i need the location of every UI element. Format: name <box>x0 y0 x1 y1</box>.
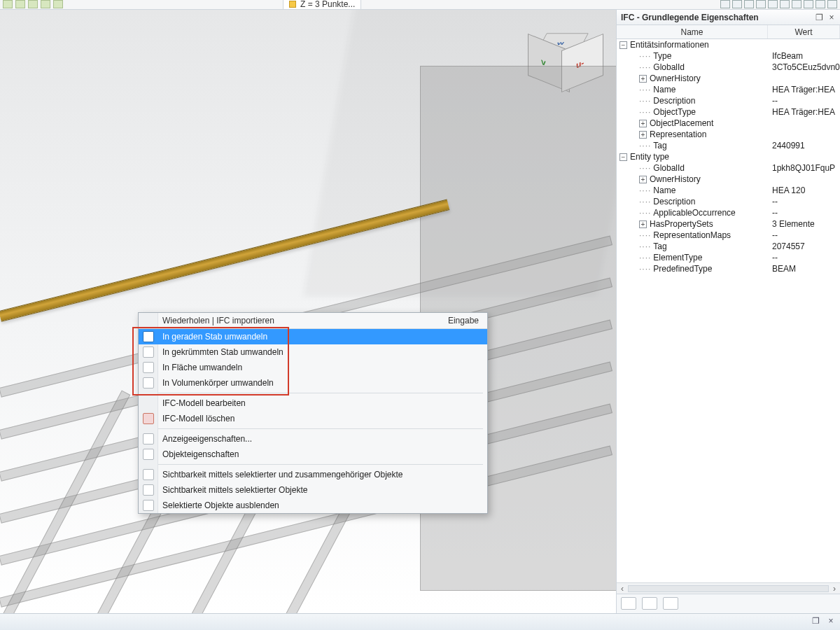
prop-value: HEA Träger:HEA <box>768 85 840 94</box>
prop-value: -- <box>768 208 840 218</box>
tree-row[interactable]: ····GlobalId3CTo5CEuz5dvn0 <box>617 62 840 73</box>
grid-header: Name Wert <box>617 25 840 39</box>
tree-row[interactable]: ····NameHEA Träger:HEA <box>617 84 840 95</box>
ctx-hide-selected[interactable]: Selektierte Objekte ausblenden <box>139 498 487 513</box>
tree-row[interactable]: ····PredefinedTypeBEAM <box>617 263 840 274</box>
scroll-track[interactable] <box>628 585 829 592</box>
tree-leaf-icon: ···· <box>639 241 651 251</box>
prop-key: ObjectPlacement <box>650 118 713 128</box>
tree-row[interactable]: ····Description-- <box>617 95 840 106</box>
tree-row[interactable]: ····ApplicableOccurrence-- <box>617 207 840 218</box>
context-menu-group-props: Anzeigeeigenschaften... Objekteigenschaf… <box>139 431 487 462</box>
tree-leaf-icon: ···· <box>639 264 651 274</box>
tree-row[interactable]: ····Tag2074557 <box>617 241 840 252</box>
scroll-right-icon[interactable]: › <box>829 584 840 594</box>
toolbar-icon[interactable] <box>28 0 38 8</box>
prop-key: PredefinedType <box>653 264 712 274</box>
property-tree[interactable]: −Entitätsinformationen····TypeIfcBeam···… <box>617 39 840 582</box>
tree-group[interactable]: −Entity type <box>617 151 840 162</box>
tree-row[interactable]: +OwnerHistory <box>617 73 840 84</box>
dock-icon[interactable]: ❐ <box>815 13 823 22</box>
prop-key: GlobalId <box>653 163 685 173</box>
tree-group[interactable]: −Entitätsinformationen <box>617 39 840 50</box>
toolbar-icon[interactable] <box>41 0 50 8</box>
toolbar-tab[interactable]: Z = 3 Punkte... <box>283 0 361 10</box>
viewport-3d[interactable]: w v u- <box>0 10 616 613</box>
toolbar-icon[interactable] <box>15 0 25 8</box>
prop-value: HEA 120 <box>768 186 840 195</box>
prop-key: ElementType <box>653 253 702 262</box>
ctx-view-props[interactable]: Anzeigeeigenschaften... <box>139 431 487 447</box>
toolbar-icon[interactable] <box>768 0 778 8</box>
toolbar-icon[interactable] <box>732 0 742 8</box>
tree-row[interactable]: ····Tag2440991 <box>617 140 840 151</box>
tree-row[interactable]: ····ObjectTypeHEA Träger:HEA <box>617 106 840 118</box>
prop-value: -- <box>768 230 840 240</box>
expand-icon[interactable]: + <box>639 176 647 183</box>
toolbar-icon[interactable] <box>792 0 802 8</box>
separator <box>158 428 483 429</box>
panel-tab[interactable] <box>663 597 678 610</box>
prop-value: HEA Träger:HEA <box>768 107 840 117</box>
surface-icon <box>143 362 154 373</box>
tree-row[interactable]: ····GlobalId1pkh8QJ01FquP <box>617 162 840 174</box>
context-menu-header[interactable]: Wiederholen | IFC importieren Eingabe <box>139 313 487 329</box>
status-bar: ❐ × <box>0 613 840 630</box>
dock-icon[interactable]: ❐ <box>811 616 820 626</box>
ctx-vis-related[interactable]: Sichtbarkeit mittels selektierter und zu… <box>139 467 487 482</box>
close-icon[interactable]: × <box>826 616 836 626</box>
prop-value: 3 Elemente <box>768 219 840 229</box>
col-name[interactable]: Name <box>617 25 768 38</box>
tree-row[interactable]: ····Description-- <box>617 196 840 207</box>
prop-key: RepresentationMaps <box>653 230 731 240</box>
tree-row[interactable]: ····NameHEA 120 <box>617 185 840 196</box>
tree-row[interactable]: +Representation <box>617 129 840 140</box>
tree-row[interactable]: ····ElementType-- <box>617 252 840 263</box>
prop-key: Tag <box>653 241 666 251</box>
toolbar-icon[interactable] <box>3 0 13 8</box>
panel-title: IFC - Grundlegende Eigenschaften <box>621 13 759 22</box>
expand-icon[interactable]: + <box>639 120 647 127</box>
expand-icon[interactable]: + <box>639 75 647 83</box>
tree-leaf-icon: ···· <box>639 62 651 72</box>
collapse-icon[interactable]: − <box>620 41 627 49</box>
prop-value: 2074557 <box>768 241 840 251</box>
tree-row[interactable]: ····RepresentationMaps-- <box>617 230 840 241</box>
ctx-convert-straight[interactable]: In geraden Stab umwandeln <box>139 329 487 344</box>
panel-tab[interactable] <box>642 597 657 610</box>
toolbar-icon[interactable] <box>756 0 766 8</box>
tree-row[interactable]: +OwnerHistory <box>617 174 840 185</box>
ctx-convert-curved[interactable]: In gekrümmten Stab umwandeln <box>139 344 487 360</box>
tree-row[interactable]: +ObjectPlacement <box>617 118 840 129</box>
toolbar-icon[interactable] <box>744 0 754 8</box>
tree-row[interactable]: +HasPropertySets3 Elemente <box>617 218 840 230</box>
ctx-vis-selected[interactable]: Sichtbarkeit mittels selektierter Objekt… <box>139 482 487 498</box>
toolbar-icon[interactable] <box>816 0 825 8</box>
ctx-convert-solid[interactable]: In Volumenkörper umwandeln <box>139 375 487 391</box>
col-value[interactable]: Wert <box>768 25 840 38</box>
h-scrollbar[interactable]: ‹ › <box>617 582 840 594</box>
tree-leaf-icon: ···· <box>639 197 651 206</box>
toolbar-icon[interactable] <box>780 0 790 8</box>
toolbar-icon[interactable] <box>720 0 730 8</box>
hide-icon <box>143 500 154 511</box>
tree-leaf-icon: ···· <box>639 141 651 150</box>
tree-leaf-icon: ···· <box>639 163 651 173</box>
ctx-convert-surface[interactable]: In Fläche umwandeln <box>139 360 487 375</box>
ctx-ifc-edit[interactable]: IFC-Modell bearbeiten <box>139 396 487 411</box>
panel-tab[interactable] <box>621 597 636 610</box>
ctx-obj-props[interactable]: Objekteigenschaften <box>139 447 487 462</box>
toolbar-icon[interactable] <box>827 0 837 8</box>
delete-icon <box>143 413 154 424</box>
toolbar-icon[interactable] <box>53 0 63 8</box>
expand-icon[interactable]: + <box>639 220 647 228</box>
tree-row[interactable]: ····TypeIfcBeam <box>617 50 840 62</box>
display-props-icon <box>143 433 154 444</box>
collapse-icon[interactable]: − <box>620 153 627 161</box>
ctx-ifc-delete[interactable]: IFC-Modell löschen <box>139 411 487 426</box>
context-menu-group-ifc: IFC-Modell bearbeiten IFC-Modell löschen <box>139 396 487 426</box>
close-icon[interactable]: × <box>827 13 836 22</box>
toolbar-icon[interactable] <box>804 0 813 8</box>
expand-icon[interactable]: + <box>639 131 647 139</box>
scroll-left-icon[interactable]: ‹ <box>617 584 628 594</box>
